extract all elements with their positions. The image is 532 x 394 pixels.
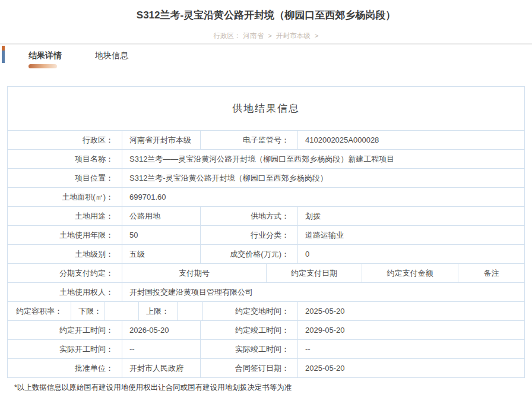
breadcrumb-separator: > xyxy=(315,32,319,39)
land-use-value: 公路用地 xyxy=(122,207,200,225)
installment-label: 分期支付约定： xyxy=(8,264,122,282)
project-name-label: 项目名称： xyxy=(8,150,122,168)
row-plot-ratio: 约定容积率： 下限： 上限： 约定交地时间： 2025-05-20 xyxy=(8,301,524,320)
installment-header-date: 约定支付日期 xyxy=(266,264,362,282)
land-user-value: 开封国投交建沿黄项目管理有限公司 xyxy=(122,283,524,301)
data-disclaimer-note: *以上数据信息以原始国有建设用地使用权出让合同或国有建设用地划拨决定书等为准 xyxy=(14,383,525,393)
project-name-value: S312兰考——灵宝沿黄河公路开封境（柳园口至西郊乡杨岗段）新建工程项目 xyxy=(122,150,524,168)
breadcrumb-separator: > xyxy=(268,32,272,39)
industry-label: 行业分类： xyxy=(200,226,297,244)
tab-result-detail[interactable]: 结果详情 xyxy=(28,51,62,68)
row-land-tenure: 土地使用年限： 50 行业分类： 道路运输业 xyxy=(8,225,524,244)
delivery-time-value: 2025-05-20 xyxy=(297,302,524,320)
plot-ratio-label: 约定容积率： xyxy=(8,302,71,320)
supply-method-label: 供地方式： xyxy=(200,207,297,225)
installment-header-period: 支付期号 xyxy=(122,264,266,282)
main-content: 供地结果信息 行政区： 河南省开封市本级 电子监管号： 4102002025A0… xyxy=(7,86,525,393)
contract-date-value: 2025-05-20 xyxy=(297,359,524,377)
land-tenure-value: 50 xyxy=(122,226,200,244)
actual-completion-value: -- xyxy=(297,340,524,358)
contract-date-label: 合同签订日期： xyxy=(200,359,297,377)
active-tab-indicator xyxy=(28,64,57,68)
actual-start-value: -- xyxy=(122,340,200,358)
decoration-blue-block xyxy=(2,51,5,63)
row-project-location: 项目位置： S312兰考-灵宝沿黄公路开封境（柳园口至西郊乡杨岗段） xyxy=(8,168,524,187)
side-decoration xyxy=(2,46,5,63)
page-title: S312兰考-灵宝沿黄公路开封境（柳园口至西郊乡杨岗段） xyxy=(0,0,532,22)
row-project-name: 项目名称： S312兰考——灵宝沿黄河公路开封境（柳园口至西郊乡杨岗段）新建工程… xyxy=(8,149,524,168)
deal-price-value: 0 xyxy=(297,245,524,263)
supply-result-table: 供地结果信息 行政区： 河南省开封市本级 电子监管号： 4102002025A0… xyxy=(7,86,525,378)
breadcrumb: 行政区：河南省 > 开封市本级 > xyxy=(0,31,532,40)
actual-completion-label: 实际竣工时间： xyxy=(200,340,297,358)
land-tenure-label: 土地使用年限： xyxy=(8,226,122,244)
row-land-grade: 土地级别： 五级 成交价格(万元)： 0 xyxy=(8,244,524,263)
tab-bar: 结果详情 地块信息 xyxy=(0,45,532,70)
supervision-no-value: 4102002025A000028 xyxy=(297,131,524,149)
deal-price-label: 成交价格(万元)： xyxy=(200,245,297,263)
plot-ratio-lower-label: 下限： xyxy=(71,302,104,320)
agreed-completion-label: 约定竣工时间： xyxy=(200,321,297,339)
row-land-use: 土地用途： 公路用地 供地方式： 划拨 xyxy=(8,206,524,225)
land-area-value: 699701.60 xyxy=(122,188,524,206)
plot-ratio-upper-label: 上限： xyxy=(138,302,177,320)
plot-ratio-upper-value xyxy=(177,302,202,320)
industry-value: 道路运输业 xyxy=(297,226,524,244)
decoration-orange-block xyxy=(2,46,5,51)
agreed-completion-value: 2029-05-20 xyxy=(297,321,524,339)
row-approval-unit: 批准单位： 开封市人民政府 合同签订日期： 2025-05-20 xyxy=(8,358,524,377)
row-land-area: 土地面积(㎡)： 699701.60 xyxy=(8,187,524,206)
breadcrumb-link-city[interactable]: 开封市本级 xyxy=(276,32,311,39)
agreed-start-label: 约定开工时间： xyxy=(8,321,122,339)
agreed-start-value: 2026-05-20 xyxy=(122,321,200,339)
land-use-label: 土地用途： xyxy=(8,207,122,225)
installment-header-amount: 约定支付金额 xyxy=(362,264,458,282)
breadcrumb-link-province[interactable]: 河南省 xyxy=(243,32,264,39)
supply-method-value: 划拨 xyxy=(297,207,524,225)
plot-ratio-lower-value xyxy=(104,302,138,320)
land-area-label: 土地面积(㎡)： xyxy=(8,188,122,206)
land-grade-value: 五级 xyxy=(122,245,200,263)
approval-unit-label: 批准单位： xyxy=(8,359,122,377)
delivery-time-label: 约定交地时间： xyxy=(202,302,297,320)
admin-region-value: 河南省开封市本级 xyxy=(122,131,200,149)
land-grade-label: 土地级别： xyxy=(8,245,122,263)
land-user-label: 土地使用权人： xyxy=(8,283,122,301)
tab-parcel-info[interactable]: 地块信息 xyxy=(95,51,128,68)
project-location-label: 项目位置： xyxy=(8,169,122,187)
row-installment: 分期支付约定： 支付期号 约定支付日期 约定支付金额 备注 xyxy=(8,263,524,282)
row-agreed-start: 约定开工时间： 2026-05-20 约定竣工时间： 2029-05-20 xyxy=(8,320,524,339)
project-location-value: S312兰考-灵宝沿黄公路开封境（柳园口至西郊乡杨岗段） xyxy=(122,169,524,187)
row-actual-start: 实际开工时间： -- 实际竣工时间： -- xyxy=(8,339,524,358)
breadcrumb-prefix: 行政区： xyxy=(213,32,240,39)
actual-start-label: 实际开工时间： xyxy=(8,340,122,358)
approval-unit-value: 开封市人民政府 xyxy=(122,359,200,377)
row-admin-region: 行政区： 河南省开封市本级 电子监管号： 4102002025A000028 xyxy=(8,130,524,149)
row-land-user: 土地使用权人： 开封国投交建沿黄项目管理有限公司 xyxy=(8,282,524,301)
supervision-no-label: 电子监管号： xyxy=(200,131,297,149)
admin-region-label: 行政区： xyxy=(8,131,122,149)
installment-header-remark: 备注 xyxy=(458,264,524,282)
table-title: 供地结果信息 xyxy=(8,87,524,130)
